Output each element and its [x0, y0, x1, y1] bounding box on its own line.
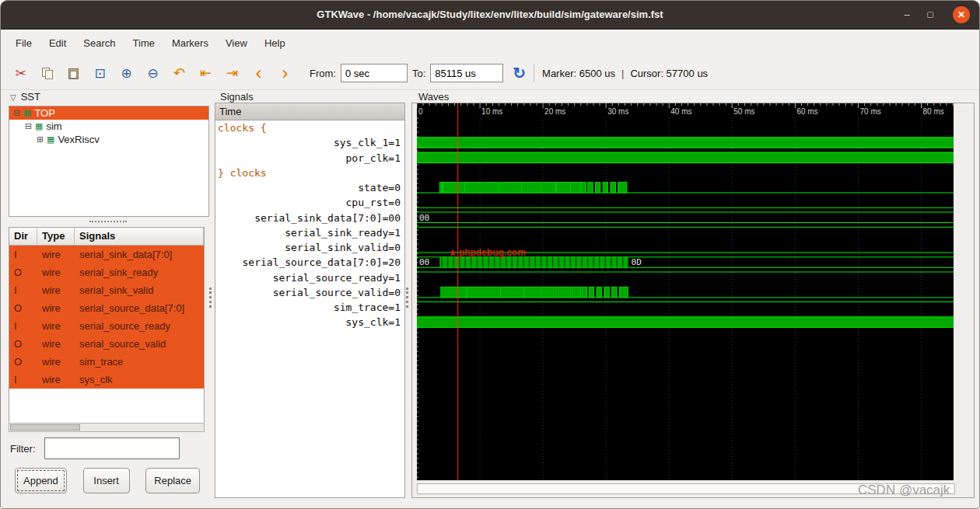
cut-button[interactable]: ✂: [12, 64, 30, 82]
marker-cursor-separator: |: [621, 68, 624, 79]
replace-button[interactable]: Replace: [145, 468, 200, 493]
table-row[interactable]: Iwiresys_clk: [9, 371, 204, 389]
filter-input[interactable]: [44, 438, 180, 459]
module-icon: ▦: [23, 106, 31, 120]
svg-text:40 ms: 40 ms: [670, 107, 691, 116]
tree-item-vexriscv[interactable]: ⊞▦VexRiscv: [9, 133, 208, 146]
signal-item[interactable]: serial_sink_ready=1: [215, 225, 404, 240]
menu-item-view[interactable]: View: [217, 30, 256, 57]
tree-item-top[interactable]: ⊟▦TOP: [9, 106, 208, 120]
column-header-type[interactable]: Type: [37, 228, 75, 245]
splitter-left[interactable]: [209, 288, 215, 308]
signal-item[interactable]: serial_source_valid=0: [215, 285, 404, 300]
signal-item[interactable]: sys_clk=1: [215, 315, 404, 329]
signal-item[interactable]: } clocks: [215, 166, 404, 180]
menu-item-file[interactable]: File: [7, 30, 40, 57]
paste-icon: [68, 68, 79, 79]
cell-dir: I: [9, 281, 37, 299]
column-header-dir[interactable]: Dir: [9, 228, 37, 245]
collapse-triangle-icon[interactable]: ▽: [10, 93, 16, 102]
signal-item[interactable]: serial_source_ready=1: [215, 270, 404, 285]
close-button[interactable]: ✕: [953, 6, 970, 23]
signal-item[interactable]: serial_sink_valid=0: [215, 240, 404, 255]
signal-item[interactable]: por_clk=1: [215, 151, 404, 166]
wave-canvas[interactable]: 010 ms20 ms30 ms40 ms50 ms60 ms70 ms80 m…: [417, 103, 954, 480]
zoom-fit-button[interactable]: ⊡: [91, 64, 109, 82]
titlebar[interactable]: GTKWave - /home/vacajk/Study/litex/env/l…: [1, 1, 979, 30]
time-header[interactable]: Time: [215, 103, 404, 120]
collapse-icon[interactable]: ⊟: [23, 120, 33, 133]
signal-item[interactable]: state=0: [215, 180, 404, 195]
signal-table-body: Iwireserial_sink_data[7:0]Owireserial_si…: [9, 246, 204, 389]
menu-item-search[interactable]: Search: [75, 30, 124, 57]
cell-dir: O: [9, 335, 37, 353]
sst-label-text: SST: [21, 91, 40, 103]
expand-icon[interactable]: ⊞: [35, 133, 45, 146]
tree-item-label: TOP: [34, 106, 55, 120]
from-input[interactable]: [341, 64, 408, 82]
next-edge-icon: ›: [282, 64, 289, 82]
module-icon: ▦: [47, 133, 54, 146]
cell-signal: serial_source_ready: [75, 317, 204, 335]
minimize-button[interactable]: –: [898, 6, 915, 23]
shift-to-start-button[interactable]: ⇤: [197, 64, 215, 82]
svg-text:80 ms: 80 ms: [923, 107, 944, 116]
signal-item[interactable]: serial_source_data[7:0]=20: [215, 255, 404, 270]
column-header-signals[interactable]: Signals: [75, 228, 204, 245]
cell-type: wire: [37, 353, 75, 371]
signal-table-hscrollbar[interactable]: [9, 423, 205, 432]
fetch-left-button[interactable]: ↶: [170, 64, 188, 82]
signal-item[interactable]: clocks {: [215, 120, 404, 135]
table-row[interactable]: Owireserial_source_data[7:0]: [9, 299, 204, 317]
table-row[interactable]: Owireserial_source_valid: [9, 335, 204, 353]
cell-type: wire: [37, 246, 75, 263]
shift-to-end-button[interactable]: ⇥: [223, 64, 241, 82]
menu-item-markers[interactable]: Markers: [163, 30, 217, 57]
cell-type: wire: [37, 299, 75, 317]
copy-button[interactable]: [38, 64, 56, 82]
watermark-overlay-text: phpdebug.com: [459, 247, 526, 258]
menu-item-edit[interactable]: Edit: [40, 30, 75, 57]
next-edge-button[interactable]: ›: [276, 64, 294, 82]
cell-signal: sys_clk: [75, 371, 204, 389]
svg-text:20 ms: 20 ms: [544, 107, 565, 116]
table-row[interactable]: Iwireserial_sink_data[7:0]: [9, 246, 204, 263]
cell-signal: sim_trace: [75, 353, 204, 371]
to-label: To:: [412, 68, 425, 79]
tree-item-sim[interactable]: ⊟▦sim: [9, 120, 208, 133]
from-label: From:: [310, 68, 336, 79]
sst-section-header[interactable]: ▽SST: [10, 91, 40, 103]
signal-item[interactable]: sim_trace=1: [215, 300, 404, 315]
table-row[interactable]: Owiresim_trace: [9, 353, 204, 371]
marker-info: Marker: 6500 us: [542, 68, 615, 79]
svg-text:0D: 0D: [632, 257, 642, 267]
hscrollbar-thumb[interactable]: [10, 424, 80, 431]
signal-item[interactable]: sys_clk_1=1: [215, 135, 404, 150]
paste-button[interactable]: [65, 64, 82, 82]
svg-text:70 ms: 70 ms: [860, 107, 881, 116]
svg-text:50 ms: 50 ms: [733, 107, 754, 116]
menu-item-help[interactable]: Help: [256, 30, 294, 57]
svg-text:60 ms: 60 ms: [796, 107, 817, 116]
to-input[interactable]: [430, 64, 503, 82]
maximize-button[interactable]: ▢: [922, 6, 939, 23]
signal-item[interactable]: cpu_rst=0: [215, 195, 404, 210]
menubar: FileEditSearchTimeMarkersViewHelp: [1, 30, 979, 57]
watermark-csdn: CSDN @vacajk: [858, 483, 950, 498]
zoom-in-button[interactable]: ⊕: [117, 64, 135, 82]
zoom-out-button[interactable]: ⊖: [144, 64, 162, 82]
paned-handle[interactable]: [9, 218, 208, 225]
append-button[interactable]: Append: [15, 468, 67, 493]
signal-item[interactable]: serial_sink_data[7:0]=00: [215, 211, 404, 225]
insert-button[interactable]: Insert: [83, 468, 130, 493]
table-row[interactable]: Iwireserial_sink_valid: [9, 281, 204, 299]
table-row[interactable]: Owireserial_sink_ready: [9, 263, 204, 281]
table-row[interactable]: Iwireserial_source_ready: [9, 317, 204, 335]
menu-item-time[interactable]: Time: [124, 30, 163, 57]
prev-edge-button[interactable]: ‹: [250, 64, 268, 82]
tree-item-label: sim: [46, 120, 61, 133]
reload-button[interactable]: ↻: [513, 64, 526, 82]
splitter-right[interactable]: [406, 288, 411, 308]
collapse-icon[interactable]: ⊟: [12, 106, 22, 120]
tree-item-label: VexRiscv: [58, 133, 99, 146]
